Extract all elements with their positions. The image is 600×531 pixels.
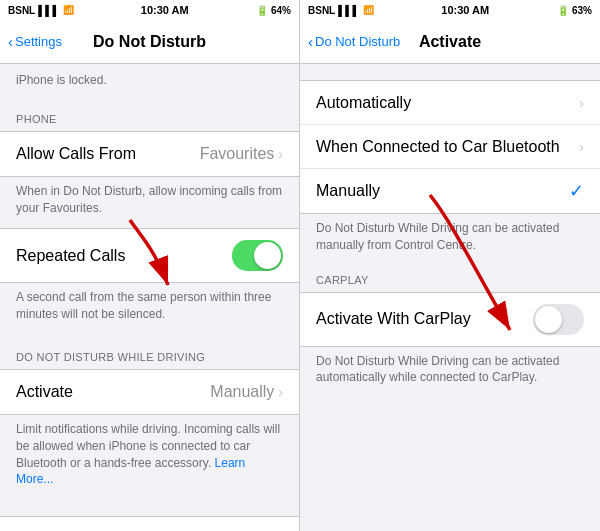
right-back-chevron: ‹: [308, 33, 313, 50]
right-signal-icon: ▌▌▌: [338, 5, 359, 16]
left-carrier: BSNL: [8, 5, 35, 16]
left-phone-group: Allow Calls From Favourites ›: [0, 131, 299, 177]
left-dnd-section-header: DO NOT DISTURB WHILE DRIVING: [0, 335, 299, 369]
right-automatically-row[interactable]: Automatically ›: [300, 81, 600, 125]
right-carrier: BSNL: [308, 5, 335, 16]
left-scroll-content[interactable]: iPhone is locked. PHONE Allow Calls From…: [0, 64, 299, 531]
right-status-right: 🔋 63%: [557, 5, 592, 16]
left-nav-title: Do Not Disturb: [93, 33, 206, 51]
right-battery-icon: 🔋: [557, 5, 569, 16]
left-back-label: Settings: [15, 34, 62, 49]
right-back-label: Do Not Disturb: [315, 34, 400, 49]
right-activate-carplay-label: Activate With CarPlay: [316, 310, 533, 328]
left-allow-calls-row[interactable]: Allow Calls From Favourites ›: [0, 132, 299, 176]
left-top-desc: iPhone is locked.: [0, 64, 299, 97]
right-manually-checkmark: ✓: [569, 180, 584, 202]
left-back-button[interactable]: ‹ Settings: [8, 33, 62, 50]
right-back-button[interactable]: ‹ Do Not Disturb: [308, 33, 400, 50]
left-activate-desc: Limit notifications while driving. Incom…: [0, 415, 299, 500]
right-time: 10:30 AM: [441, 4, 489, 16]
left-activate-group: Activate Manually ›: [0, 369, 299, 415]
left-phone-section-header: PHONE: [0, 97, 299, 131]
left-repeated-calls-group: Repeated Calls: [0, 228, 299, 283]
right-auto-group: Automatically › When Connected to Car Bl…: [300, 80, 600, 214]
right-carplay-group: Activate With CarPlay: [300, 292, 600, 347]
right-scroll-content[interactable]: Automatically › When Connected to Car Bl…: [300, 64, 600, 531]
right-nav-bar: ‹ Do Not Disturb Activate: [300, 20, 600, 64]
left-back-chevron: ‹: [8, 33, 13, 50]
right-battery-pct: 63%: [572, 5, 592, 16]
right-when-connected-label: When Connected to Car Bluetooth: [316, 138, 579, 156]
left-allow-calls-value: Favourites: [200, 145, 275, 163]
right-when-connected-row[interactable]: When Connected to Car Bluetooth ›: [300, 125, 600, 169]
left-status-bar: BSNL ▌▌▌ 📶 10:30 AM 🔋 64%: [0, 0, 299, 20]
right-wifi-icon: 📶: [363, 5, 374, 15]
right-carplay-toggle-thumb: [535, 306, 562, 333]
right-status-left: BSNL ▌▌▌ 📶: [308, 5, 374, 16]
right-when-connected-chevron: ›: [579, 139, 584, 155]
left-panel: BSNL ▌▌▌ 📶 10:30 AM 🔋 64% ‹ Settings Do …: [0, 0, 300, 531]
left-status-right: 🔋 64%: [256, 5, 291, 16]
right-automatically-label: Automatically: [316, 94, 579, 112]
left-time: 10:30 AM: [141, 4, 189, 16]
left-repeated-calls-desc: A second call from the same person withi…: [0, 283, 299, 335]
right-carplay-desc: Do Not Disturb While Driving can be acti…: [300, 347, 600, 399]
left-allow-calls-chevron: ›: [278, 146, 283, 162]
left-activate-chevron: ›: [278, 384, 283, 400]
right-panel: BSNL ▌▌▌ 📶 10:30 AM 🔋 63% ‹ Do Not Distu…: [300, 0, 600, 531]
left-wifi-icon: 📶: [63, 5, 74, 15]
left-allow-calls-desc: When in Do Not Disturb, allow incoming c…: [0, 177, 299, 229]
right-activate-carplay-row[interactable]: Activate With CarPlay: [300, 293, 600, 346]
left-allow-calls-label: Allow Calls From: [16, 145, 200, 163]
screen-container: BSNL ▌▌▌ 📶 10:30 AM 🔋 64% ‹ Settings Do …: [0, 0, 600, 531]
left-activate-row[interactable]: Activate Manually ›: [0, 370, 299, 414]
left-repeated-calls-row[interactable]: Repeated Calls: [0, 229, 299, 282]
left-toggle-thumb: [254, 242, 281, 269]
left-repeated-calls-label: Repeated Calls: [16, 247, 232, 265]
right-automatically-chevron: ›: [579, 95, 584, 111]
right-manually-desc: Do Not Disturb While Driving can be acti…: [300, 214, 600, 266]
left-repeated-calls-toggle[interactable]: [232, 240, 283, 271]
right-manually-label: Manually: [316, 182, 569, 200]
right-nav-title: Activate: [419, 33, 481, 51]
left-auto-reply-group: Auto-Reply To Favourites › Auto-Reply I'…: [0, 516, 299, 531]
left-status-left: BSNL ▌▌▌ 📶: [8, 5, 74, 16]
left-auto-reply-to-row[interactable]: Auto-Reply To Favourites ›: [0, 517, 299, 531]
left-battery-icon: 🔋: [256, 5, 268, 16]
right-carplay-section-header: CARPLAY: [300, 266, 600, 292]
left-activate-value: Manually: [210, 383, 274, 401]
right-manually-row[interactable]: Manually ✓: [300, 169, 600, 213]
left-battery-pct: 64%: [271, 5, 291, 16]
left-activate-label: Activate: [16, 383, 210, 401]
left-signal-icon: ▌▌▌: [38, 5, 59, 16]
right-carplay-toggle[interactable]: [533, 304, 584, 335]
left-nav-bar: ‹ Settings Do Not Disturb: [0, 20, 299, 64]
right-status-bar: BSNL ▌▌▌ 📶 10:30 AM 🔋 63%: [300, 0, 600, 20]
